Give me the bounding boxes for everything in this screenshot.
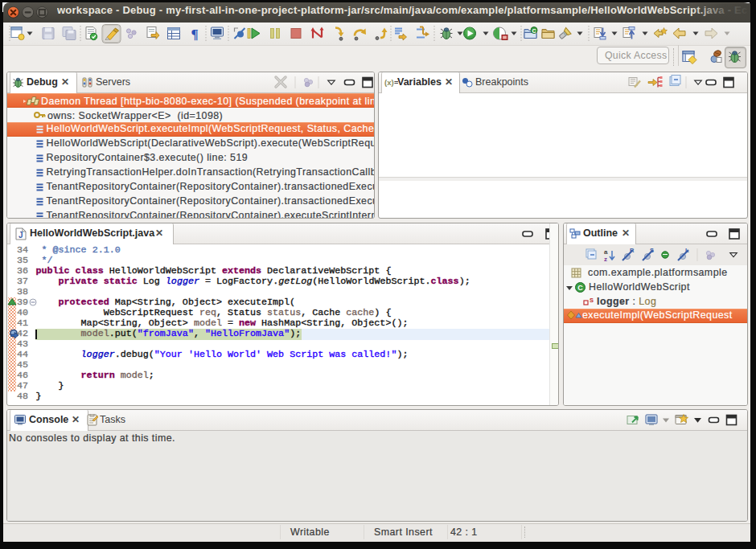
svg-text:C: C [532, 28, 536, 34]
svg-text:S: S [590, 297, 594, 304]
svg-text:J: J [18, 231, 23, 240]
svg-text:S: S [650, 247, 654, 254]
svg-text:z: z [604, 256, 607, 263]
svg-text:C: C [577, 284, 583, 292]
svg-text:R: R [630, 247, 635, 254]
svg-text:L: L [685, 247, 689, 254]
svg-text:a: a [604, 248, 608, 256]
svg-text:(x): (x) [384, 78, 394, 87]
